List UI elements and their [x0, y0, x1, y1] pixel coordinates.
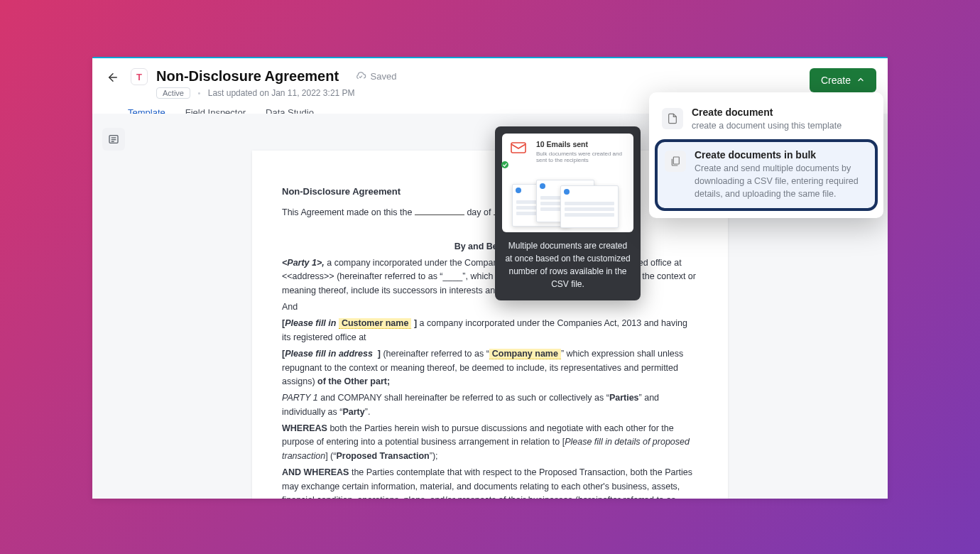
envelope-icon: [508, 139, 529, 173]
bulk-tooltip: 10 Emails sent Bulk documents were creat…: [495, 126, 641, 300]
documents-stack-icon: [665, 151, 686, 172]
menu-title: Create documents in bulk: [695, 149, 868, 161]
svg-rect-5: [673, 157, 679, 164]
menu-create-document[interactable]: Create document create a document using …: [655, 99, 878, 139]
field-customer-name[interactable]: Customer name: [339, 318, 411, 329]
outline-toggle[interactable]: [102, 128, 125, 151]
field-company-name[interactable]: Company name: [489, 349, 561, 359]
create-menu: Create document create a document using …: [649, 92, 883, 218]
document-icon: [662, 108, 683, 129]
cloud-saved-icon: [355, 71, 366, 82]
svg-rect-6: [511, 143, 526, 153]
page-title: Non-Disclosure Agreement: [156, 68, 339, 85]
app-window: PUBLISHED TEMPLATE T Non-Disclosure Agre…: [92, 57, 888, 499]
menu-title: Create document: [692, 107, 842, 118]
create-button[interactable]: Create: [810, 68, 876, 92]
status-badge: Active: [156, 87, 190, 99]
tooltip-preview: 10 Emails sent Bulk documents were creat…: [502, 134, 633, 232]
saved-indicator: Saved: [355, 71, 397, 82]
last-updated: Last updated on Jan 11, 2022 3:21 PM: [208, 88, 355, 98]
list-icon: [108, 134, 119, 145]
menu-desc: Create and send multiple documents by do…: [695, 162, 868, 200]
chevron-up-icon: [856, 75, 865, 86]
svg-point-7: [501, 161, 508, 168]
back-button[interactable]: [104, 68, 122, 87]
template-type-badge: T: [131, 68, 148, 85]
tooltip-text: Multiple documents are created at once b…: [502, 239, 633, 290]
menu-desc: create a document using this template: [692, 119, 842, 132]
arrow-left-icon: [107, 71, 119, 84]
menu-create-documents-bulk[interactable]: Create documents in bulk Create and send…: [655, 139, 878, 210]
